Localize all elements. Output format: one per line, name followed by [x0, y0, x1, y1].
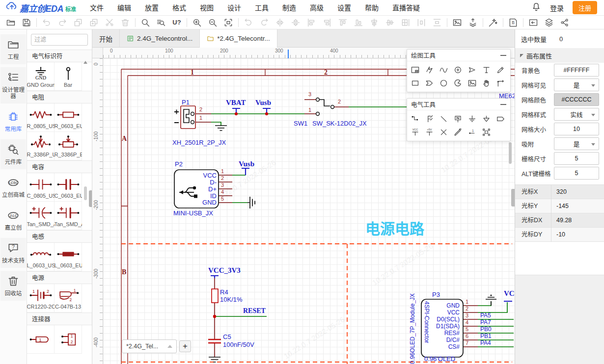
pencil-tool[interactable] [494, 63, 508, 77]
menu-item-9[interactable]: 设置 [331, 0, 357, 16]
minimize-icon[interactable] [500, 55, 506, 56]
properties-collapse-handle[interactable] [511, 189, 515, 207]
vcc-flag-tool[interactable]: VCC [408, 126, 422, 139]
save-button[interactable] [19, 17, 34, 28]
scroll-up-icon[interactable] [83, 61, 87, 64]
property-input[interactable]: 5 [554, 167, 599, 180]
sheet-selector[interactable]: *2.4G_Tel... [122, 339, 177, 353]
property-swatch[interactable]: #CCCCCC [554, 93, 599, 106]
net-label[interactable]: PA4 [480, 339, 491, 346]
library-item[interactable]: R_3386P_U [27, 132, 55, 160]
menu-item-7[interactable]: 制造 [276, 0, 302, 16]
net-flag-vusb-p2[interactable]: Vusb [239, 160, 254, 168]
menu-item-10[interactable]: 帮助 [359, 0, 384, 16]
document-tab-0[interactable]: 开始 [92, 29, 120, 48]
library-item[interactable]: Tan_SMD_A [55, 202, 82, 230]
protective-ground-tool[interactable] [479, 112, 494, 126]
net-label[interactable]: PB0 [480, 326, 492, 333]
p3-part-label[interactable]: 0.96OLED_7P_Module_JX [409, 285, 416, 364]
library-section-header[interactable]: 电感 [27, 230, 92, 243]
share-button[interactable] [557, 17, 573, 28]
library-item[interactable]: Bar [55, 62, 82, 91]
dimension-tool[interactable] [494, 77, 508, 90]
bus-entry-tool[interactable] [437, 112, 451, 126]
text-tool[interactable] [479, 63, 494, 77]
library-item[interactable]: 1 [27, 325, 55, 354]
p1-ref[interactable]: P1 [182, 99, 190, 106]
net-class-tool[interactable] [479, 126, 494, 139]
document-tab-1[interactable]: 2.4G_Telecontrol... [120, 29, 200, 48]
property-select[interactable]: 是 [554, 78, 599, 91]
property-select[interactable]: 实线 [554, 108, 599, 121]
plus5v-flag-tool[interactable]: +5V [422, 126, 437, 139]
arc-tool[interactable] [451, 77, 465, 90]
filter-input[interactable] [31, 34, 88, 46]
library-item[interactable]: R_0805_US [27, 104, 55, 132]
pin-tool[interactable] [451, 126, 465, 139]
open-project-button[interactable] [3, 17, 19, 28]
schematic-canvas[interactable]: 开始2.4G_Telecontrol...*2.4G_Telecontr... … [92, 29, 515, 364]
net-flag-vcc3v3[interactable]: VCC_3V3 [208, 266, 241, 275]
import-changes-button[interactable] [465, 17, 481, 28]
layers-button[interactable] [541, 17, 557, 28]
menu-item-1[interactable]: 编辑 [111, 0, 137, 16]
library-collapse-handle[interactable] [89, 190, 92, 207]
library-section-header[interactable]: 电源 [27, 271, 92, 284]
add-sheet-button[interactable]: + [179, 340, 191, 352]
net-label[interactable]: PA5 [480, 312, 491, 319]
library-item[interactable]: 12C-047B-13 [55, 284, 82, 312]
no-connect-flag-tool[interactable] [437, 126, 451, 139]
library-item[interactable]: R_3386P_E [55, 132, 82, 160]
zoom-out-button[interactable] [205, 17, 220, 28]
polyline-tool[interactable] [422, 63, 437, 77]
drag-canvas-tool[interactable] [479, 77, 494, 90]
library-item[interactable]: C_0805_US [27, 173, 55, 202]
property-input[interactable]: 5 [554, 152, 599, 165]
menu-item-4[interactable]: 视图 [194, 0, 220, 16]
canvas-scrollbar-thumb[interactable] [509, 142, 512, 164]
c5-value[interactable]: 100nF/50V [223, 341, 254, 348]
p3-ref[interactable]: P3 [432, 291, 440, 298]
c5-ref[interactable]: C5 [223, 333, 231, 340]
menu-item-3[interactable]: 格式 [166, 0, 192, 16]
bus-tool[interactable] [422, 112, 437, 126]
p2-ref[interactable]: P2 [175, 160, 183, 168]
net-flag-vusb[interactable]: Vusb [255, 99, 271, 107]
notifications-bell-icon[interactable] [531, 2, 541, 13]
r4-value[interactable]: 10K/1% [220, 296, 243, 303]
magic-wand-button[interactable] [485, 17, 501, 28]
net-label[interactable]: PA7 [480, 319, 491, 326]
sidebar-item-设计管理器[interactable]: 设计管理器 [0, 67, 26, 104]
app-logo[interactable]: 嘉立创EDA 标准 [5, 0, 76, 15]
arrow-tool[interactable] [465, 63, 479, 77]
library-item[interactable]: GNDGND Ground [27, 62, 55, 91]
net-port-tool[interactable] [494, 112, 508, 126]
minimize-icon[interactable] [500, 104, 506, 105]
spline-tool[interactable] [437, 63, 451, 77]
sidebar-item-回收站[interactable]: 回收站 [0, 271, 26, 301]
library-section-header[interactable]: 电气标识符 [27, 50, 92, 62]
library-section-header[interactable]: 电容 [27, 160, 92, 173]
menu-item-0[interactable]: 文件 [84, 0, 110, 16]
find-similar-parts-button[interactable] [153, 17, 169, 28]
net-label[interactable]: PB1 [480, 333, 492, 339]
library-section-header[interactable]: 电阻 [27, 91, 92, 104]
zoom-in-button[interactable] [189, 17, 205, 28]
library-section-header[interactable]: 连接器 [27, 312, 92, 325]
net-flag-vbat[interactable]: VBAT [226, 99, 246, 107]
property-select[interactable]: 是 [554, 137, 599, 150]
pin-number-tool[interactable]: 1 [465, 126, 479, 139]
library-item[interactable]: 12 [55, 325, 82, 354]
library-item[interactable]: Tan_SMD_A [27, 202, 55, 230]
property-input[interactable]: 10 [554, 123, 599, 135]
net-label-tool[interactable] [451, 112, 465, 126]
preview-back-button[interactable] [525, 17, 541, 28]
drawing-sheet-tool[interactable] [408, 63, 422, 77]
menu-item-2[interactable]: 放置 [139, 0, 165, 16]
sw1-ref[interactable]: SW1 [294, 120, 307, 127]
circle-tool[interactable] [437, 77, 451, 90]
library-item[interactable]: 12CR1220-2C [27, 284, 55, 312]
p3-below-label[interactable]: 0.96'OLED [424, 355, 455, 363]
library-item[interactable]: R_0603_EU [55, 104, 82, 132]
ground-tool[interactable] [465, 112, 479, 126]
